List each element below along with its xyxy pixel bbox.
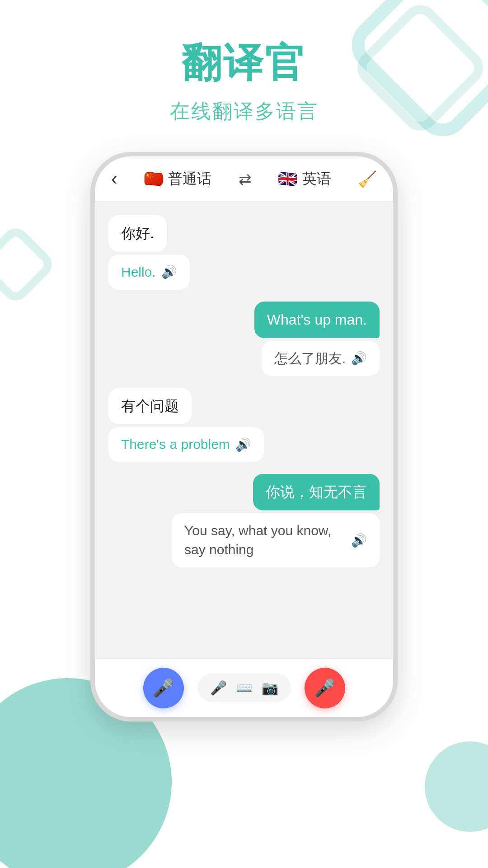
msg-2-translation: 怎么了朋友. 🔊 <box>262 341 380 376</box>
msg-4-translation: You say, what you know, say nothing 🔊 <box>172 513 380 567</box>
msg-2-original: What's up man. <box>254 302 380 338</box>
language-right[interactable]: 🇬🇧 英语 <box>278 169 331 189</box>
flag-uk: 🇬🇧 <box>278 169 298 189</box>
phone-navbar: ‹ 🇨🇳 普通话 ⇄ 🇬🇧 英语 🧹 <box>95 156 393 202</box>
mic-left-button[interactable]: 🎤 <box>143 668 184 708</box>
msg-4-original: 你说，知无不言 <box>253 474 380 510</box>
msg-4-translation-text: You say, what you know, say nothing <box>184 521 346 559</box>
language-left[interactable]: 🇨🇳 普通话 <box>144 169 211 189</box>
bg-decoration-4 <box>425 741 488 832</box>
lang-left-label: 普通话 <box>168 169 211 189</box>
phone-mockup: ‹ 🇨🇳 普通话 ⇄ 🇬🇧 英语 🧹 你好. Hello. 🔊 <box>0 152 488 722</box>
flag-china: 🇨🇳 <box>144 169 164 189</box>
app-subtitle: 在线翻译多语言 <box>0 98 488 125</box>
mic-right-icon: 🎤 <box>314 678 335 698</box>
msg-1-translation-text: Hello. <box>121 263 156 282</box>
ctrl-keyboard-icon[interactable]: ⌨️ <box>236 680 253 696</box>
message-group-3: 有个问题 There's a problem 🔊 <box>108 388 380 462</box>
swap-button[interactable]: ⇄ <box>239 170 251 188</box>
bottom-controls: 🎤 🎤 ⌨️ 📷 🎤 <box>95 658 393 717</box>
speaker-icon-3[interactable]: 🔊 <box>235 436 251 453</box>
msg-3-translation: There's a problem 🔊 <box>108 427 264 462</box>
mic-right-button[interactable]: 🎤 <box>305 668 345 708</box>
msg-3-translation-text: There's a problem <box>121 435 230 454</box>
speaker-icon-4[interactable]: 🔊 <box>351 532 367 549</box>
back-button[interactable]: ‹ <box>111 169 117 189</box>
message-group-1: 你好. Hello. 🔊 <box>108 215 380 290</box>
ctrl-camera-icon[interactable]: 📷 <box>262 680 278 696</box>
msg-3-original: 有个问题 <box>108 388 192 425</box>
msg-1-translation: Hello. 🔊 <box>108 255 190 290</box>
msg-1-original: 你好. <box>108 215 167 252</box>
app-title: 翻译官 <box>0 36 488 90</box>
speaker-icon-2[interactable]: 🔊 <box>351 349 367 367</box>
clear-button[interactable]: 🧹 <box>358 170 377 188</box>
msg-2-translation-text: 怎么了朋友. <box>274 349 346 368</box>
mic-left-icon: 🎤 <box>153 678 174 698</box>
app-header: 翻译官 在线翻译多语言 <box>0 0 488 125</box>
speaker-icon-1[interactable]: 🔊 <box>161 263 177 281</box>
center-control-group: 🎤 ⌨️ 📷 <box>197 674 291 702</box>
lang-right-label: 英语 <box>302 169 331 189</box>
phone-body: ‹ 🇨🇳 普通话 ⇄ 🇬🇧 英语 🧹 你好. Hello. 🔊 <box>90 152 398 722</box>
message-group-4: 你说，知无不言 You say, what you know, say noth… <box>108 474 380 567</box>
chat-area: 你好. Hello. 🔊 What's up man. 怎么了朋友. 🔊 有个问… <box>95 202 393 672</box>
message-group-2: What's up man. 怎么了朋友. 🔊 <box>108 302 380 376</box>
ctrl-mic-icon[interactable]: 🎤 <box>210 680 227 696</box>
